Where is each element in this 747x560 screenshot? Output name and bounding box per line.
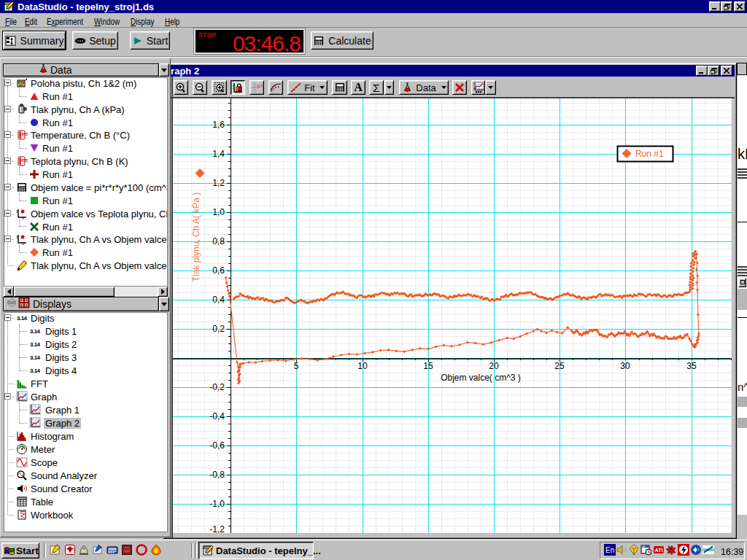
svg-text:y: y [16, 234, 18, 238]
svg-text:-0,6: -0,6 [209, 440, 225, 451]
svg-text:1,2: 1,2 [212, 178, 225, 188]
svg-text:En: En [605, 546, 614, 554]
svg-text:0,2: 0,2 [212, 324, 225, 334]
svg-text:30: 30 [620, 361, 630, 371]
svg-text:1,6: 1,6 [212, 120, 225, 130]
svg-text:15: 15 [423, 361, 433, 371]
svg-text:1,4: 1,4 [212, 149, 225, 159]
svg-text:20: 20 [489, 361, 499, 371]
svg-text:y: y [16, 209, 18, 213]
svg-text:-1,0: -1,0 [209, 499, 225, 509]
svg-text:30: 30 [642, 545, 645, 548]
svg-text:35: 35 [686, 361, 697, 371]
svg-text:Objem valce( cm^3 ): Objem valce( cm^3 ) [441, 373, 521, 383]
svg-text:3.14: 3.14 [30, 341, 41, 348]
svg-text:RTD: RTD [21, 159, 28, 163]
svg-text:XY: XY [257, 84, 263, 88]
svg-text:3.14: 3.14 [30, 368, 41, 374]
svg-text:1,0: 1,0 [212, 207, 225, 217]
svg-text:3.14: 3.14 [17, 315, 28, 322]
svg-text:0,4: 0,4 [212, 295, 225, 305]
svg-text:Tlak plynu, Ch A( kPa ): Tlak plynu, Ch A( kPa ) [191, 192, 201, 282]
svg-text:0,6: 0,6 [212, 265, 225, 276]
svg-text:Run #1: Run #1 [635, 149, 664, 159]
svg-text:ATi: ATi [655, 547, 663, 553]
svg-text:5: 5 [294, 361, 299, 371]
svg-text:10: 10 [357, 361, 368, 371]
svg-text:-0,2: -0,2 [209, 382, 225, 392]
svg-text:0,8: 0,8 [212, 236, 225, 246]
svg-text:-0,8: -0,8 [209, 470, 225, 480]
svg-text:x: x [22, 216, 24, 219]
svg-text:-1,2: -1,2 [209, 524, 225, 533]
svg-text:x: x [22, 241, 24, 245]
svg-text:3.14: 3.14 [30, 354, 41, 361]
svg-text:RTD: RTD [21, 133, 28, 136]
svg-text:-0,4: -0,4 [209, 411, 225, 421]
svg-text:25: 25 [554, 361, 565, 371]
svg-text:3.14: 3.14 [30, 328, 41, 335]
